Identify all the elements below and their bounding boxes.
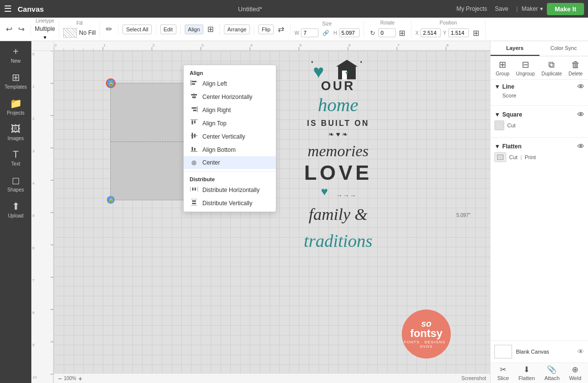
align-left-item[interactable]: Align Left xyxy=(184,77,276,90)
square-visibility-toggle[interactable]: 👁 xyxy=(577,111,584,119)
zoom-out-button[interactable]: − xyxy=(58,375,62,383)
sidebar-item-label: Upload xyxy=(8,213,24,218)
group-button[interactable]: ⊞ Group xyxy=(496,59,510,76)
sidebar-item-new[interactable]: + New xyxy=(2,43,29,67)
svg-rect-82 xyxy=(191,151,197,152)
blank-canvas-label: Blank Canvas xyxy=(516,349,549,355)
my-projects-button[interactable]: My Projects xyxy=(456,5,487,12)
ungroup-button[interactable]: ⊟ Ungroup xyxy=(516,59,535,76)
right-panel: Layers Color Sync ⊞ Group ⊟ Ungroup ⧉ Du… xyxy=(490,41,588,383)
sidebar-item-label: Text xyxy=(11,161,20,167)
tab-color-sync[interactable]: Color Sync xyxy=(539,41,588,56)
redo-button[interactable]: ↪ xyxy=(16,24,26,35)
sidebar-item-upload[interactable]: ⬆ Upload xyxy=(2,197,29,221)
rotate-label: Rotate xyxy=(380,20,394,25)
edit-button[interactable]: Edit xyxy=(160,24,176,34)
design-artwork[interactable]: ♥ ♥ ♦ ♦ OUR home xyxy=(289,53,387,284)
upload-icon: ⬆ xyxy=(12,200,20,212)
x-input[interactable] xyxy=(420,28,441,37)
sidebar-item-projects[interactable]: 📁 Projects xyxy=(2,95,29,119)
svg-text:3: 3 xyxy=(201,43,204,48)
svg-rect-71 xyxy=(191,94,197,96)
make-it-button[interactable]: Make It xyxy=(547,3,584,15)
lock-ratio-button[interactable]: 🔗 xyxy=(320,29,331,37)
duplicate-button[interactable]: ⧉ Duplicate xyxy=(541,60,562,76)
arrange-button[interactable]: Arrange xyxy=(224,24,250,34)
svg-text:8: 8 xyxy=(32,311,35,315)
flatten-button[interactable]: ⬇ Flatten xyxy=(518,365,535,381)
slice-button[interactable]: ✂ Slice xyxy=(497,365,509,381)
rotate-icon[interactable]: ↻ xyxy=(368,28,377,38)
undo-button[interactable]: ↩ xyxy=(4,24,14,35)
rotate-input[interactable] xyxy=(378,28,396,37)
align-right-item[interactable]: Align Right xyxy=(184,103,276,117)
svg-text:OUR: OUR xyxy=(321,78,355,93)
flip-icon-button[interactable]: ⇄ xyxy=(276,24,286,35)
sidebar-item-text[interactable]: T Text xyxy=(2,146,29,169)
blank-canvas-visibility[interactable]: 👁 xyxy=(577,348,584,356)
svg-text:♥: ♥ xyxy=(321,185,328,198)
distribute-vertically-item[interactable]: Distribute Vertically xyxy=(184,196,276,210)
center-item[interactable]: ⊕ Center xyxy=(184,156,276,169)
rotate-spinner[interactable]: ⊞ xyxy=(397,27,407,39)
flatten-visibility-toggle[interactable]: 👁 xyxy=(577,143,584,150)
maker-button[interactable]: Maker ▾ xyxy=(522,5,543,12)
align-icon-button[interactable]: ⊞ xyxy=(205,24,216,35)
svg-rect-90 xyxy=(191,205,197,206)
svg-text:home: home xyxy=(318,95,358,115)
shapes-icon: ◻ xyxy=(12,174,20,186)
fill-group: Fill No Fill xyxy=(63,21,100,38)
blank-canvas-thumb xyxy=(494,345,512,359)
square-collapse-toggle[interactable]: ▼ xyxy=(494,111,500,118)
fill-label: Fill xyxy=(76,21,83,26)
flatten-collapse-toggle[interactable]: ▼ xyxy=(494,143,500,150)
attach-button[interactable]: 📎 Attach xyxy=(544,365,560,381)
linetype-value[interactable]: Multiple xyxy=(35,25,55,32)
select-all-button[interactable]: Select All xyxy=(122,24,151,34)
tab-layers[interactable]: Layers xyxy=(490,41,539,56)
delete-button[interactable]: 🗑 Delete xyxy=(568,60,583,76)
canvas-area[interactable]: for(let i=0;i<=55;i++){ const x = i*20; … xyxy=(31,41,490,383)
hamburger-icon[interactable]: ☰ xyxy=(4,3,12,14)
line-visibility-toggle[interactable]: 👁 xyxy=(577,83,584,91)
fill-swatch xyxy=(63,28,77,38)
center-horizontally-item[interactable]: Center Horizontally xyxy=(184,90,276,103)
sidebar-item-shapes[interactable]: ◻ Shapes xyxy=(2,171,29,195)
templates-icon: ⊞ xyxy=(12,72,20,83)
line-collapse-toggle[interactable]: ▼ xyxy=(494,83,500,90)
svg-text:family &: family & xyxy=(309,205,368,223)
sidebar-item-images[interactable]: 🖼 Images xyxy=(2,120,29,144)
svg-rect-83 xyxy=(192,147,193,151)
align-top-item[interactable]: Align Top xyxy=(184,117,276,130)
save-button[interactable]: Save xyxy=(495,5,508,12)
width-input[interactable] xyxy=(301,28,318,37)
weld-button[interactable]: ⊕ Weld xyxy=(569,365,581,381)
svg-rect-75 xyxy=(193,110,196,111)
height-input[interactable] xyxy=(339,28,360,37)
svg-marker-52 xyxy=(336,60,358,67)
align-bottom-item[interactable]: Align Bottom xyxy=(184,143,276,156)
flatten-title: Flatten xyxy=(502,143,521,150)
svg-text:5: 5 xyxy=(299,43,302,48)
square-cut-label: Cut xyxy=(507,122,515,128)
zoom-in-button[interactable]: + xyxy=(78,375,82,383)
y-input[interactable] xyxy=(448,28,469,37)
position-spinner[interactable]: ⊞ xyxy=(471,27,481,39)
sidebar-item-templates[interactable]: ⊞ Templates xyxy=(2,69,29,93)
panel-spacer xyxy=(490,167,588,340)
svg-text:4: 4 xyxy=(32,181,35,186)
right-actions: ⊞ Group ⊟ Ungroup ⧉ Duplicate 🗑 Delete xyxy=(490,56,588,80)
svg-rect-86 xyxy=(197,187,198,192)
svg-text:♦: ♦ xyxy=(311,60,313,64)
align-button[interactable]: Align xyxy=(185,24,203,34)
select-all-group: Select All xyxy=(122,24,156,34)
flip-button[interactable]: Flip xyxy=(258,24,274,34)
line-section: ▼ Line 👁 Score xyxy=(490,80,588,103)
svg-rect-91 xyxy=(192,200,196,202)
edit-group: Edit xyxy=(160,24,181,34)
distribute-section-title: Distribute xyxy=(184,173,276,183)
center-vertically-item[interactable]: Center Vertically xyxy=(184,130,276,143)
svg-text:♦: ♦ xyxy=(360,60,362,64)
distribute-horizontally-item[interactable]: Distribute Horizontally xyxy=(184,183,276,196)
pencil-button[interactable]: ✏ xyxy=(104,24,114,35)
